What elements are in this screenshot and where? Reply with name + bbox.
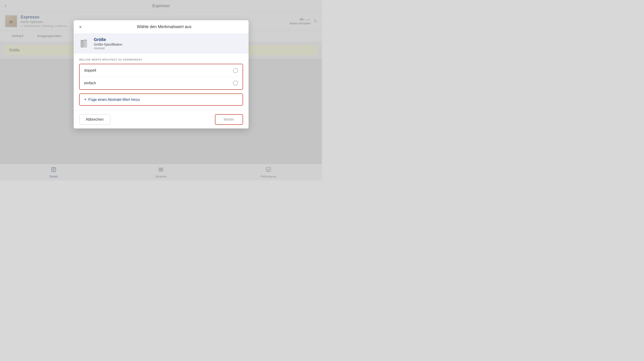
modal-title: Wähle den Merkmalswert aus xyxy=(86,24,243,29)
modal-header: × Wähle den Merkmalswert aus xyxy=(74,20,248,34)
option-einfach[interactable]: einfach xyxy=(80,77,242,89)
svg-rect-18 xyxy=(84,40,87,48)
weiter-button[interactable]: Weiter xyxy=(215,114,243,125)
feature-type: Abstrakt xyxy=(94,46,122,50)
add-value-label: Füge einen Abstrakt-Wert hinzu xyxy=(88,98,140,102)
modal-feature-section: Größe Größe-Spezifikation Abstrakt xyxy=(74,34,248,54)
radio-doppelt[interactable] xyxy=(233,68,238,73)
feature-icon xyxy=(79,38,90,49)
options-list: doppelt einfach xyxy=(79,64,243,90)
option-doppelt-label: doppelt xyxy=(84,68,96,72)
radio-einfach[interactable] xyxy=(233,80,238,86)
modal-dialog: × Wähle den Merkmalswert aus Größe Größe… xyxy=(74,20,248,128)
modal-body: WELCHE WERTE MÖCHTEST DU VERWENDEN? dopp… xyxy=(74,54,248,110)
cancel-button[interactable]: Abbrechen xyxy=(79,114,110,124)
svg-rect-20 xyxy=(85,40,86,41)
modal-close-button[interactable]: × xyxy=(79,25,82,29)
modal-overlay: × Wähle den Merkmalswert aus Größe Größe… xyxy=(0,0,322,180)
svg-rect-17 xyxy=(81,40,84,48)
option-einfach-label: einfach xyxy=(84,81,96,85)
svg-rect-19 xyxy=(82,40,83,41)
feature-spec: Größe-Spezifikation xyxy=(94,42,122,46)
option-doppelt[interactable]: doppelt xyxy=(80,64,242,77)
plus-icon: + xyxy=(84,97,87,102)
modal-question: WELCHE WERTE MÖCHTEST DU VERWENDEN? xyxy=(79,58,243,61)
add-value-button[interactable]: + Füge einen Abstrakt-Wert hinzu xyxy=(79,94,243,106)
books-icon xyxy=(80,39,89,49)
modal-footer: Abbrechen Weiter xyxy=(74,110,248,128)
feature-details: Größe Größe-Spezifikation Abstrakt xyxy=(94,37,122,50)
feature-name: Größe xyxy=(94,37,122,42)
